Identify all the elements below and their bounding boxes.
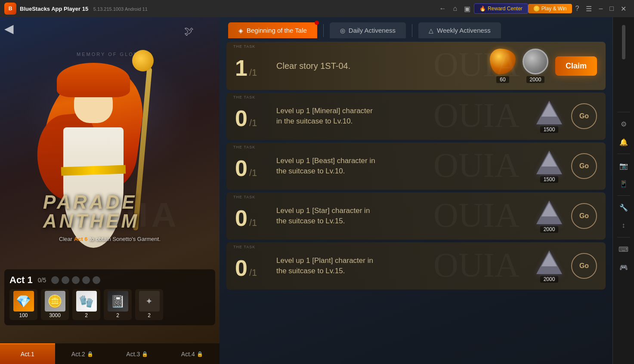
separator-1	[617, 112, 630, 112]
task-progress-4: 0 /1	[235, 203, 269, 229]
act-panel: Act 1 0/5 💎 100 🪙 3000	[4, 269, 215, 325]
task-desc-1: Clear story 1ST-04.	[276, 60, 483, 72]
notification-tool-button[interactable]: 🔔	[615, 134, 632, 150]
back-nav-button[interactable]: ←	[436, 3, 449, 14]
claim-button-1[interactable]: Claim	[555, 56, 597, 76]
amber-icon: 💎	[13, 291, 34, 312]
task-reward-amber: 60	[490, 49, 516, 83]
gamepad-button[interactable]: 🎮	[615, 259, 632, 275]
resize-button[interactable]: ↕	[615, 217, 632, 234]
go-button-2[interactable]: Go	[571, 103, 597, 129]
task-label-5: THE TASK	[233, 245, 255, 249]
lock-icon-2: 🔒	[87, 351, 93, 357]
reward-amber: 💎 100	[9, 289, 37, 320]
task-progress-5: 0 /1	[235, 253, 269, 279]
task-label-1: THE TASK	[233, 44, 255, 49]
task-progress-1: 1 /1	[235, 52, 269, 79]
act-tab-1[interactable]: Act.1	[0, 343, 55, 364]
progress-dots	[51, 276, 100, 284]
character	[12, 80, 175, 287]
task-card-4: THE TASK 0 /1 Level up 1 [Star] characte…	[226, 192, 606, 240]
task-reward-4: 2000	[534, 199, 564, 233]
side-toolbar: ⚙ 🔔 📷 📱 🔧 ↕ ⌨ 🎮	[612, 17, 634, 364]
reward-extra: ✦ 2	[135, 289, 163, 320]
tab-notification-badge	[315, 21, 319, 25]
restore-button[interactable]: □	[606, 3, 617, 14]
game-title: PARADE ANTHEM	[43, 193, 139, 231]
task-reward-2: 1500	[534, 99, 564, 133]
play-win-button[interactable]: 🪙 Play & Win	[528, 4, 572, 13]
phone-tool-button[interactable]: 📱	[615, 176, 632, 192]
task-label-2: THE TASK	[233, 95, 255, 99]
fire-icon: 🔥	[479, 6, 486, 12]
reward-row: 💎 100 🪙 3000 🧤 2 📓 2 ✦ 2	[9, 289, 210, 320]
task-desc-4: Level up 1 [Star] character inthe suitca…	[276, 206, 527, 226]
task-card-2: THE TASK 0 /1 Level up 1 [Mineral] chara…	[226, 93, 606, 140]
task-desc-2: Level up 1 [Mineral] characterin the sui…	[276, 106, 527, 126]
app-logo: B	[4, 3, 16, 15]
separator-4	[617, 237, 630, 238]
app-title: BlueStacks App Player 15 5.13.215.1003 A…	[20, 6, 436, 12]
minimize-button[interactable]: –	[595, 3, 606, 14]
go-button-4[interactable]: Go	[571, 203, 597, 229]
reward-coin: 🪙 3000	[41, 289, 69, 320]
title-bar: B BlueStacks App Player 15 5.13.215.1003…	[0, 0, 634, 17]
reward-center-button[interactable]: 🔥 Reward Center	[474, 3, 528, 14]
tab-weekly[interactable]: △ Weekly Activeness	[418, 22, 501, 38]
game-subtitle: Clear Act 6 to obtain Sonetto's Garment.	[59, 235, 161, 243]
help-button[interactable]: ?	[572, 3, 583, 14]
task-desc-5: Level up 1 [Plant] character inthe suitc…	[276, 256, 527, 276]
book-icon: 📓	[108, 291, 128, 312]
task-reward-5: 2000	[534, 249, 564, 283]
dot-4	[82, 276, 90, 284]
dot-1	[51, 276, 59, 284]
tab-daily[interactable]: ◎ Daily Activeness	[330, 22, 406, 38]
main-area: ◀ 🕊 MEMORY OF GLORY	[0, 17, 634, 364]
task-progress-3: 0 /1	[235, 153, 269, 179]
tab-beginning[interactable]: ◈ Beginning of the Tale	[228, 22, 317, 38]
act-tab-3[interactable]: Act.3 🔒	[110, 343, 165, 364]
settings-tool-button[interactable]: ⚙	[615, 116, 632, 132]
close-button[interactable]: ✕	[617, 4, 630, 14]
keyboard-button[interactable]: ⌨	[615, 241, 632, 257]
act-tab-4[interactable]: Act.4 🔒	[165, 343, 220, 364]
game-panel: ◀ 🕊 MEMORY OF GLORY	[0, 17, 220, 364]
tabs-nav-button[interactable]: ▣	[461, 3, 474, 15]
act-tab-2[interactable]: Act.2 🔒	[55, 343, 110, 364]
tab-divider-2	[412, 24, 412, 37]
coin-icon: 🪙	[533, 6, 540, 12]
coin-reward-icon: 🪙	[45, 291, 65, 312]
task-progress-2: 0 /1	[235, 103, 269, 130]
task-reward-coin: 2000	[523, 49, 548, 83]
reward-book: 📓 2	[104, 289, 132, 320]
task-label-4: THE TASK	[233, 195, 255, 199]
dot-3	[72, 276, 80, 284]
home-nav-button[interactable]: ⌂	[449, 3, 461, 14]
reward-glove: 🧤 2	[72, 289, 100, 320]
right-panel: ◈ Beginning of the Tale ◎ Daily Activene…	[220, 17, 612, 364]
task-label-3: THE TASK	[233, 145, 255, 149]
task-reward-3: 1500	[534, 149, 564, 183]
task-list: THE TASK 1 /1 Clear story 1ST-04. 60 200…	[220, 38, 612, 364]
menu-button[interactable]: ☰	[582, 3, 595, 15]
back-button[interactable]: ◀	[4, 22, 14, 36]
task-desc-3: Level up 1 [Beast] character inthe suitc…	[276, 156, 527, 176]
glove-icon: 🧤	[76, 291, 97, 312]
more-icon: ✦	[139, 291, 160, 312]
go-button-3[interactable]: Go	[571, 153, 597, 179]
go-button-5[interactable]: Go	[571, 253, 597, 279]
tab-divider-1	[323, 24, 324, 37]
camera-tool-button[interactable]: 📷	[615, 157, 632, 174]
tools-button[interactable]: 🔧	[615, 199, 632, 216]
dot-5	[93, 276, 100, 284]
act-title: Act 1	[9, 275, 33, 286]
separator-3	[617, 195, 630, 196]
lock-icon-4: 🔒	[197, 351, 203, 357]
dot-2	[62, 276, 69, 284]
bird-decoration: 🕊	[184, 26, 194, 37]
act-tabs: Act.1 Act.2 🔒 Act.3 🔒 Act.4 🔒	[0, 343, 220, 364]
task-card-3: THE TASK 0 /1 Level up 1 [Beast] charact…	[226, 142, 606, 190]
act-progress: 0/5	[38, 277, 46, 284]
tab-bar: ◈ Beginning of the Tale ◎ Daily Activene…	[220, 17, 612, 38]
lock-icon-3: 🔒	[142, 351, 148, 357]
